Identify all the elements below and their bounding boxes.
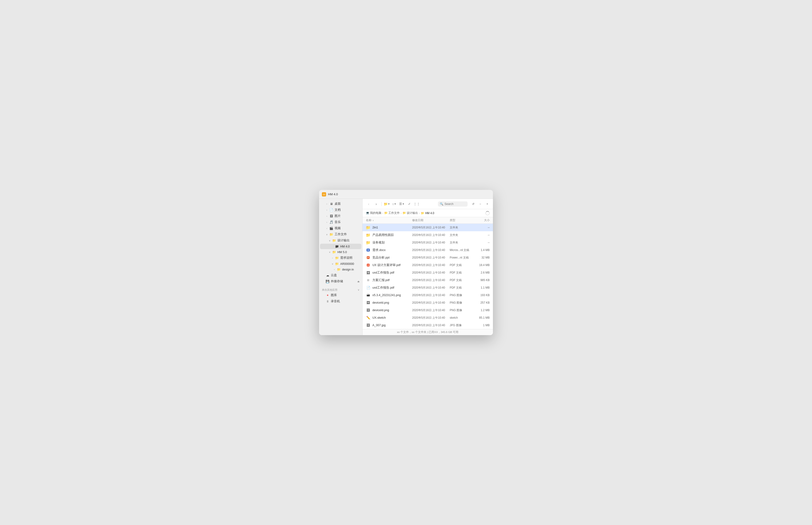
sidebar-item-cloud[interactable]: ☁ 云盘 bbox=[320, 272, 361, 278]
sidebar-item-design in[interactable]: ›📁design in bbox=[320, 267, 361, 272]
chevron-icon: › bbox=[331, 257, 334, 259]
file-type: PDF 文稿 bbox=[450, 286, 473, 290]
file-row[interactable]: ✏️ UX.sketch 2020年5月16日 上午10:40 sketch 8… bbox=[363, 314, 493, 321]
file-size: 1.4 MB bbox=[473, 249, 490, 252]
file-icon: ⊞ bbox=[366, 278, 370, 283]
sidebar-item-工作文件[interactable]: ∨📁工作文件 bbox=[320, 231, 361, 237]
sidebar-item-HM 5.0[interactable]: ∨📁HM 5.0 bbox=[320, 249, 361, 255]
file-type: PNG 图像 bbox=[450, 308, 473, 312]
sidebar-item-gallery[interactable]: ✦ 图库 bbox=[320, 292, 361, 298]
sidebar-item-HM 4.0[interactable]: 📁HM 4.0 bbox=[320, 244, 361, 249]
sidebar-item-AR000000[interactable]: ∨📁AR000000 bbox=[320, 261, 361, 267]
file-row[interactable]: 📄 uxd工作报告.pdf 2020年5月16日 上午10:40 PDF 文稿 … bbox=[363, 284, 493, 291]
sidebar-item-视频[interactable]: ›🎬视频 bbox=[320, 225, 361, 231]
folder-icon: 📁 bbox=[335, 262, 339, 266]
chevron-icon: › bbox=[326, 227, 328, 229]
file-date: 2020年5月16日 上午10:40 bbox=[412, 324, 450, 327]
close-button[interactable]: × bbox=[485, 201, 490, 207]
sidebar-item-label: 需求说明 bbox=[340, 256, 359, 260]
grid-dots-icon: ⋮⋮ bbox=[414, 202, 420, 206]
breadcrumb: 💻 我的电脑 › 📁 工作文件 › 📁 设计输出 › 📁 HM 4.0 bbox=[363, 209, 493, 217]
sidebar-item-external[interactable]: 💾 外接存储 ⏏ bbox=[320, 279, 361, 284]
minimize-button[interactable]: − bbox=[477, 201, 483, 207]
col-header-size[interactable]: 大小 bbox=[473, 218, 490, 222]
file-row[interactable]: 🖼 uxd工作报告.pdf 2020年5月16日 上午10:40 PDF 文稿 … bbox=[363, 269, 493, 276]
file-row[interactable]: 📁 业务规划 2020年5月16日 上午10:40 文件夹 -- bbox=[363, 239, 493, 246]
file-row[interactable]: 📁 产品易用性跟踪 2020年5月16日 上午10:40 文件夹 -- bbox=[363, 231, 493, 239]
file-icon: 📁 bbox=[366, 232, 370, 237]
new-folder-button[interactable]: 📁 ▼ bbox=[383, 201, 390, 207]
file-name: 业务规划 bbox=[372, 241, 412, 245]
sidebar-item-音乐[interactable]: ›🎵音乐 bbox=[320, 219, 361, 225]
file-size: 1.1 MB bbox=[473, 286, 490, 289]
search-input[interactable] bbox=[445, 202, 466, 206]
file-date: 2020年5月16日 上午10:40 bbox=[412, 308, 450, 312]
file-type: PNG 图像 bbox=[450, 301, 473, 305]
new-folder-icon: 📁 bbox=[384, 202, 388, 206]
file-manager-window: 🗂 HM 4.0 ›🖥桌面›📄文档›🖼图片›🎵音乐›🎬视频∨📁工作文件∨📁设计输… bbox=[319, 190, 493, 335]
recorder-icon: ⏸ bbox=[326, 300, 330, 303]
file-date: 2020年5月16日 上午10:40 bbox=[412, 226, 450, 229]
eject-icon[interactable]: ⏏ bbox=[357, 280, 359, 283]
file-row[interactable]: W 需求.docx 2020年5月16日 上午10:40 Micros...rd… bbox=[363, 246, 493, 254]
statusbar: xx 个文件，xx 个文件夹 | 已用XX，345.6 GB 可用 bbox=[363, 329, 493, 335]
other-apps-section: 来自其他应用 ∨ ✦ 图库 ⏸ 录音机 bbox=[319, 287, 362, 304]
file-row[interactable]: P 竞品分析.ppt 2020年5月16日 上午10:40 Power...nt… bbox=[363, 254, 493, 261]
file-date: 2020年5月16日 上午10:40 bbox=[412, 263, 450, 267]
titlebar: 🗂 HM 4.0 bbox=[319, 190, 493, 199]
file-row[interactable]: 🖼 A_007.jpg 2020年5月16日 上午10:40 JPG 图像 1 … bbox=[363, 321, 493, 329]
breadcrumb-item-computer[interactable]: 💻 我的电脑 bbox=[366, 211, 381, 215]
breadcrumb-item-design[interactable]: 📁 设计输出 bbox=[402, 211, 418, 215]
sort-button[interactable]: ↕ ▼ bbox=[391, 201, 398, 207]
sidebar-item-recorder[interactable]: ⏸ 录音机 bbox=[320, 298, 361, 304]
chevron-icon: ∨ bbox=[328, 251, 331, 253]
breadcrumb-item-work[interactable]: 📁 工作文件 bbox=[384, 211, 400, 215]
file-date: 2020年5月16日 上午10:40 bbox=[412, 271, 450, 275]
sidebar-item-设计输出[interactable]: ∨📁设计输出 bbox=[320, 238, 361, 243]
file-type: 文件夹 bbox=[450, 233, 473, 237]
select-button[interactable]: ✓ bbox=[406, 201, 413, 207]
file-row[interactable]: 🖼 deviceId.png 2020年5月16日 上午10:40 PNG 图像… bbox=[363, 299, 493, 306]
file-name: UX 设计方案评审.pdf bbox=[372, 263, 412, 267]
file-name: 产品易用性跟踪 bbox=[372, 233, 412, 237]
sidebar-item-桌面[interactable]: ›🖥桌面 bbox=[320, 201, 361, 207]
back-button[interactable]: ‹ bbox=[365, 201, 372, 207]
back-icon: ‹ bbox=[368, 202, 369, 206]
file-row[interactable]: 🏔 v5.3.4_20231241.png 2020年5月16日 上午10:40… bbox=[363, 291, 493, 299]
file-type: JPG 图像 bbox=[450, 324, 473, 327]
refresh-button[interactable]: ↺ bbox=[470, 201, 476, 207]
col-header-name[interactable]: 名称 ∨ bbox=[366, 218, 412, 222]
toolbar-sep-1 bbox=[381, 202, 382, 206]
file-row[interactable]: 📁 2in1 2020年5月16日 上午10:40 文件夹 -- bbox=[363, 224, 493, 231]
window-controls: ↺ − × bbox=[470, 201, 490, 207]
sidebar-item-label: design in bbox=[342, 268, 359, 271]
file-name: 2in1 bbox=[372, 226, 412, 229]
col-header-type[interactable]: 类型 bbox=[450, 218, 473, 222]
sidebar-item-需求说明[interactable]: ›📁需求说明 bbox=[320, 255, 361, 261]
file-type: PDF 文稿 bbox=[450, 271, 473, 275]
sidebar-item-文档[interactable]: ›📄文档 bbox=[320, 207, 361, 213]
sidebar-item-label: 设计输出 bbox=[337, 239, 359, 242]
more-button[interactable]: ⋮⋮ bbox=[414, 201, 420, 207]
file-row[interactable]: 🖼 deviceId.png 2020年5月16日 上午10:40 PNG 图像… bbox=[363, 306, 493, 314]
forward-button[interactable]: › bbox=[373, 201, 380, 207]
col-header-date[interactable]: 修改日期 bbox=[412, 218, 450, 222]
file-icon: 📁 bbox=[366, 225, 370, 230]
file-row[interactable]: A UX 设计方案评审.pdf 2020年5月16日 上午10:40 PDF 文… bbox=[363, 261, 493, 269]
file-date: 2020年5月16日 上午10:40 bbox=[412, 278, 450, 282]
app-title: HM 4.0 bbox=[328, 193, 338, 196]
file-type: sketch bbox=[450, 316, 473, 319]
view-button[interactable]: ☰ ▼ bbox=[398, 201, 405, 207]
file-row[interactable]: ⊞ 方案汇报.pdf 2020年5月16日 上午10:40 PDF 文稿 985… bbox=[363, 276, 493, 284]
breadcrumb-sep-3: › bbox=[419, 212, 420, 214]
file-type: PDF 文稿 bbox=[450, 278, 473, 282]
sidebar-item-label: 音乐 bbox=[335, 220, 359, 224]
file-icon: 🖼 bbox=[366, 270, 370, 275]
file-type: Power...nt 文稿 bbox=[450, 256, 473, 260]
breadcrumb-item-current[interactable]: 📁 HM 4.0 bbox=[421, 211, 434, 215]
close-icon: × bbox=[486, 202, 488, 206]
chevron-icon: › bbox=[326, 203, 328, 205]
sidebar-item-图片[interactable]: ›🖼图片 bbox=[320, 213, 361, 219]
file-size: 1.2 MB bbox=[473, 309, 490, 312]
loading-indicator bbox=[486, 211, 490, 215]
